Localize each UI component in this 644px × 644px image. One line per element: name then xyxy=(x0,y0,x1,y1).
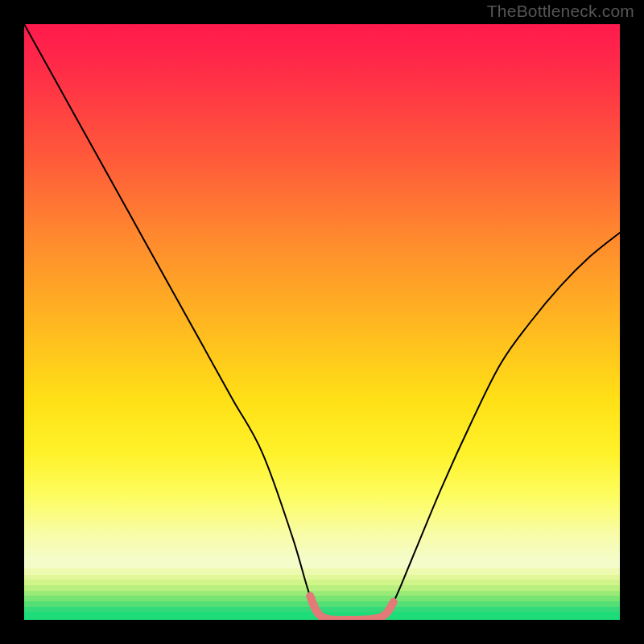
curve-svg xyxy=(24,24,620,620)
plot-area xyxy=(24,24,620,620)
chart-frame: TheBottleneck.com xyxy=(0,0,644,644)
watermark-text: TheBottleneck.com xyxy=(487,2,634,21)
bottleneck-curve xyxy=(24,24,620,620)
optimal-range-highlight xyxy=(310,596,394,620)
